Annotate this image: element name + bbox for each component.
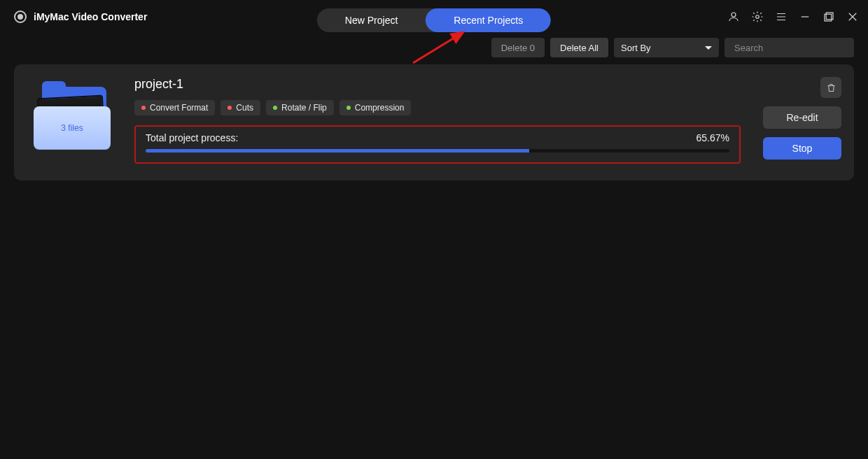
tab-new-project[interactable]: New Project xyxy=(317,8,426,32)
svg-point-0 xyxy=(732,13,736,17)
delete-all-button[interactable]: Delete All xyxy=(550,38,608,57)
progress-header: Total project process: 65.67% xyxy=(146,132,729,143)
status-dot-icon xyxy=(227,106,232,110)
progress-bar xyxy=(146,149,729,153)
status-dot-icon xyxy=(346,106,351,110)
reedit-button[interactable]: Re-edit xyxy=(763,106,841,129)
window-maximize-icon[interactable] xyxy=(822,10,836,24)
progress-fill xyxy=(146,149,529,153)
list-toolbar: Delete 0 Delete All Sort By xyxy=(0,34,868,64)
trash-icon xyxy=(826,83,836,93)
svg-rect-3 xyxy=(825,14,832,21)
svg-point-1 xyxy=(756,15,760,19)
search-input[interactable] xyxy=(734,43,852,53)
tag-label: Convert Format xyxy=(150,103,208,113)
sort-by-dropdown[interactable]: Sort By xyxy=(614,38,719,57)
window-minimize-icon[interactable] xyxy=(798,10,812,24)
sort-by-label: Sort By xyxy=(621,43,651,53)
project-name: project-1 xyxy=(134,77,741,92)
tag-label: Rotate / Flip xyxy=(281,103,327,113)
folder-front-icon: 3 files xyxy=(34,106,111,150)
tag-compression: Compression xyxy=(340,100,412,115)
tag-convert-format: Convert Format xyxy=(134,100,215,115)
app-logo-icon xyxy=(14,10,27,23)
delete-n-button[interactable]: Delete 0 xyxy=(491,38,545,57)
tag-label: Compression xyxy=(355,103,405,113)
account-icon[interactable] xyxy=(727,10,741,24)
project-tags: Convert Format Cuts Rotate / Flip Compre… xyxy=(134,100,741,115)
svg-rect-2 xyxy=(826,13,833,20)
project-card: 3 files project-1 Convert Format Cuts Ro… xyxy=(14,64,854,181)
progress-label: Total project process: xyxy=(146,132,238,143)
tab-recent-projects[interactable]: Recent Projects xyxy=(426,8,551,32)
project-tab-switch: New Project Recent Projects xyxy=(317,8,551,32)
chevron-down-icon xyxy=(705,46,712,50)
status-dot-icon xyxy=(141,106,146,110)
tag-rotate-flip: Rotate / Flip xyxy=(266,100,334,115)
app-title: iMyMac Video Converter xyxy=(34,11,147,22)
app-brand: iMyMac Video Converter xyxy=(14,10,147,23)
files-count-label: 3 files xyxy=(61,123,83,133)
window-close-icon[interactable] xyxy=(846,10,860,24)
stop-button[interactable]: Stop xyxy=(763,137,841,160)
progress-percent: 65.67% xyxy=(696,132,729,143)
project-card-actions: Re-edit Stop xyxy=(757,77,841,164)
project-thumbnail: 3 files xyxy=(27,77,118,164)
project-card-main: project-1 Convert Format Cuts Rotate / F… xyxy=(134,77,741,164)
progress-panel: Total project process: 65.67% xyxy=(134,125,741,164)
tag-cuts: Cuts xyxy=(220,100,260,115)
titlebar: iMyMac Video Converter New Project Recen… xyxy=(0,0,868,34)
search-field[interactable] xyxy=(724,38,854,57)
status-dot-icon xyxy=(273,106,277,110)
delete-project-button[interactable] xyxy=(820,77,841,98)
tag-label: Cuts xyxy=(236,103,253,113)
gear-icon[interactable] xyxy=(750,10,764,24)
window-controls xyxy=(727,10,860,24)
menu-icon[interactable] xyxy=(774,10,788,24)
